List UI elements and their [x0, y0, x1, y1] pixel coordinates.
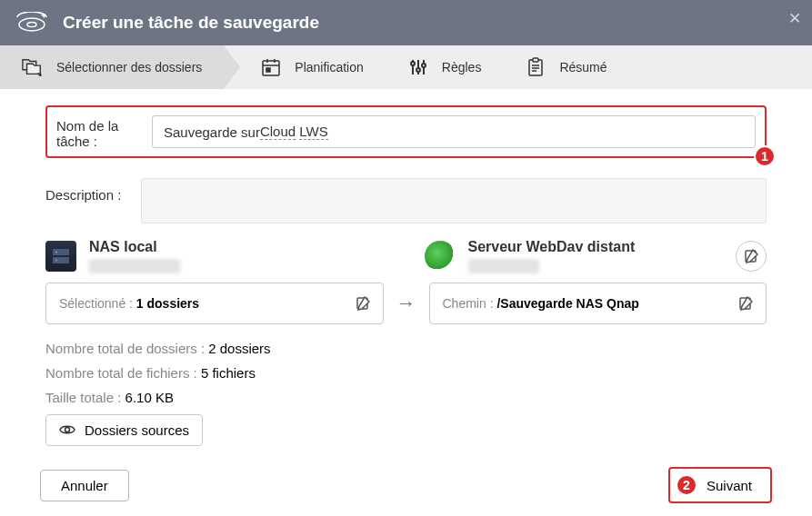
svg-rect-18: [53, 249, 69, 255]
nas-icon: [45, 241, 76, 272]
webdav-icon: [425, 241, 456, 272]
svg-point-12: [422, 64, 426, 67]
edit-source-selection[interactable]: [356, 296, 370, 311]
svg-rect-2: [263, 61, 279, 75]
source-server-name: NAS local: [89, 239, 388, 255]
svg-point-10: [416, 68, 420, 72]
stat-files: Nombre total de fichiers : 5 fichiers: [45, 365, 767, 381]
dest-server-name: Serveur WebDav distant: [468, 239, 724, 255]
svg-point-8: [411, 62, 415, 65]
task-name-label: Nom de la tâche :: [56, 114, 152, 149]
stat-size: Taille totale : 6.10 KB: [45, 390, 767, 405]
task-name-highlight: Nom de la tâche : Sauvegarde sur Cloud L…: [45, 105, 767, 158]
close-icon[interactable]: ✕: [788, 9, 801, 28]
eye-icon: [59, 422, 75, 438]
dest-server: Serveur WebDav distant: [425, 239, 767, 273]
svg-rect-14: [533, 58, 538, 62]
svg-rect-19: [53, 257, 69, 263]
calendar-icon: [260, 56, 282, 78]
dialog-header: Créer une tâche de sauvegarde ✕: [0, 0, 812, 45]
tab-summary[interactable]: Résumé: [503, 45, 628, 89]
source-server: NAS local: [45, 239, 388, 273]
wizard-tabs: Sélectionner des dossiers Planification …: [0, 45, 812, 89]
tab-label: Planification: [295, 60, 364, 74]
edit-dest-button[interactable]: [736, 241, 767, 272]
tab-schedule[interactable]: Planification: [224, 45, 386, 89]
source-selection-box: Sélectionné : 1 dossiers: [45, 283, 384, 324]
stat-folders: Nombre total de dossiers : 2 dossiers: [45, 341, 767, 356]
svg-point-25: [65, 428, 70, 432]
sliders-icon: [407, 56, 429, 78]
source-folders-button[interactable]: Dossiers sources: [45, 414, 203, 446]
tab-label: Résumé: [559, 60, 606, 74]
edit-dest-path[interactable]: [738, 296, 753, 311]
svg-point-0: [19, 18, 45, 31]
arrow-icon: →: [396, 292, 416, 315]
tab-label: Sélectionner des dossiers: [56, 60, 202, 74]
dialog-title: Créer une tâche de sauvegarde: [63, 13, 319, 33]
svg-point-1: [27, 23, 36, 27]
backup-icon: [14, 11, 50, 35]
next-button[interactable]: 2 Suivant: [668, 467, 772, 503]
folders-icon: [22, 56, 44, 78]
tab-label: Règles: [442, 60, 482, 74]
source-server-address: [89, 259, 180, 273]
svg-point-20: [55, 252, 57, 253]
callout-badge-2: 2: [676, 474, 697, 496]
clipboard-icon: [525, 56, 546, 78]
description-label: Description :: [45, 178, 141, 203]
cancel-button[interactable]: Annuler: [40, 470, 129, 501]
svg-point-21: [55, 260, 57, 262]
description-input[interactable]: [141, 178, 767, 223]
tab-rules[interactable]: Règles: [386, 45, 504, 89]
callout-badge-1: 1: [754, 145, 776, 167]
dest-path-box: Chemin : /Sauvegarde NAS Qnap: [429, 283, 767, 324]
tab-select-folders[interactable]: Sélectionner des dossiers: [0, 45, 224, 89]
task-name-input[interactable]: Sauvegarde sur Cloud LWS: [152, 115, 756, 148]
dest-server-address: [468, 259, 539, 273]
svg-rect-6: [266, 68, 270, 72]
